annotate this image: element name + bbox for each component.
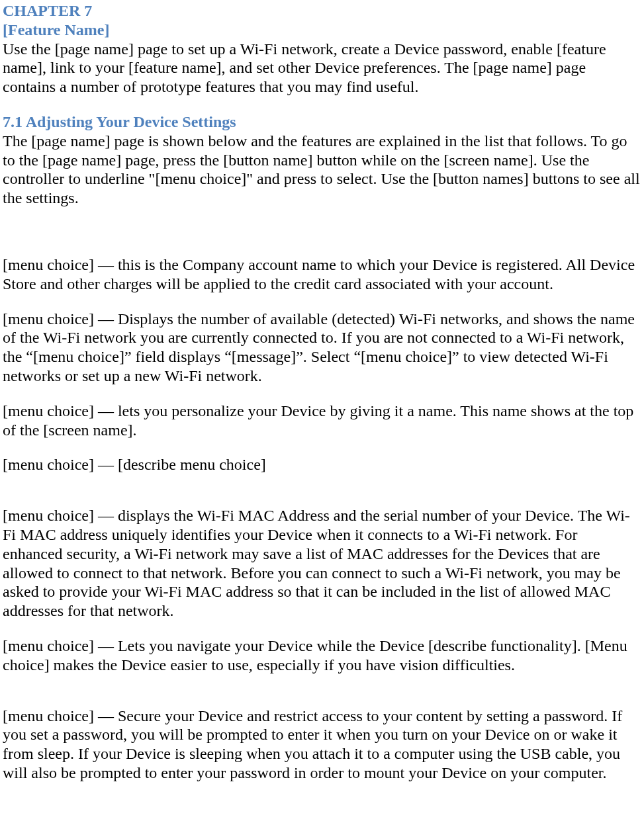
- menu-choice-item: [menu choice] — lets you personalize you…: [3, 402, 641, 440]
- section-heading: 7.1 Adjusting Your Device Settings: [3, 112, 641, 132]
- menu-choice-item: [menu choice] — Lets you navigate your D…: [3, 636, 641, 675]
- menu-choice-item: [menu choice] — this is the Company acco…: [3, 255, 641, 294]
- feature-name-heading: [Feature Name]: [3, 21, 641, 40]
- intro-paragraph: Use the [page name] page to set up a Wi-…: [3, 40, 641, 97]
- section-intro-paragraph: The [page name] page is shown below and …: [3, 132, 641, 208]
- menu-choice-item: [menu choice] — Secure your Device and r…: [3, 707, 641, 783]
- menu-choice-item: [menu choice] — Displays the number of a…: [3, 310, 641, 386]
- menu-choice-item: [menu choice] — [describe menu choice]: [3, 455, 641, 474]
- chapter-label: CHAPTER 7: [3, 1, 641, 21]
- menu-choice-item: [menu choice] — displays the Wi-Fi MAC A…: [3, 506, 641, 621]
